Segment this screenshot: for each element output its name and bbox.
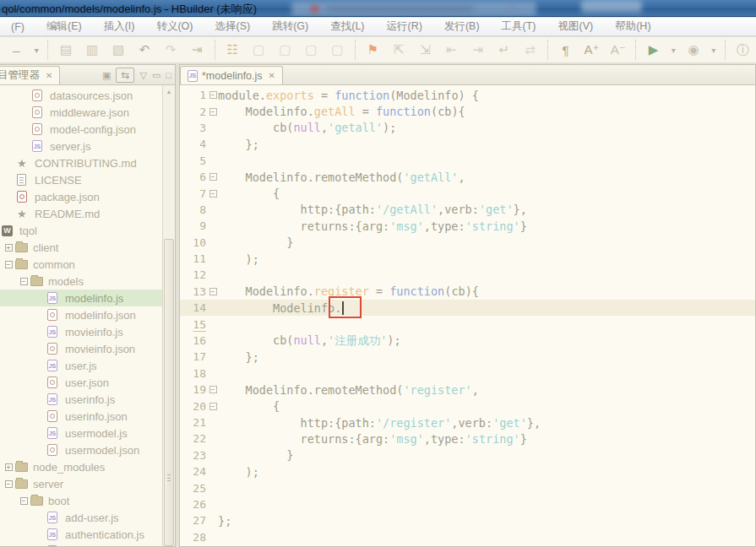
font-decrease-icon[interactable]: A⁻: [605, 40, 631, 60]
tree-item-movieinfo-json[interactable]: movieinfo.json: [0, 340, 175, 357]
tree-item-add-user-js[interactable]: JSadd-user.js: [0, 509, 175, 526]
code-line-17[interactable]: 17 };: [180, 349, 755, 365]
code-line-1[interactable]: 1−module.exports = function(Modelinfo) {: [180, 87, 755, 103]
menu-item[interactable]: 插入(I): [93, 18, 146, 35]
save-close-icon[interactable]: ▧: [106, 40, 132, 60]
maximize-panel-icon[interactable]: □: [166, 71, 171, 80]
sidebar-scrollbar[interactable]: ▲: [162, 85, 175, 546]
fold-collapse-icon[interactable]: −: [208, 403, 218, 410]
file-upload-icon[interactable]: ⇱: [386, 40, 412, 60]
menu-item[interactable]: 视图(V): [547, 18, 605, 35]
menu-item[interactable]: (F): [0, 18, 35, 35]
code-line-28[interactable]: 28: [180, 529, 755, 545]
code-line-5[interactable]: 5: [180, 153, 755, 169]
code-line-12[interactable]: 12: [180, 267, 755, 283]
menu-item[interactable]: 发行(B): [433, 18, 491, 35]
code-line-10[interactable]: 10 }: [180, 235, 755, 251]
tree-item-license[interactable]: LICENSE: [0, 171, 175, 188]
tree-item-user-js[interactable]: JSuser.js: [0, 357, 175, 374]
collapse-icon[interactable]: −: [17, 494, 30, 507]
code-line-9[interactable]: 9 returns:{arg:'msg',type:'string'}: [180, 218, 755, 234]
collapse-all-icon[interactable]: ▣: [102, 71, 111, 80]
wrap-line-icon[interactable]: ↵: [491, 40, 517, 60]
save-all-icon[interactable]: ▥: [79, 40, 105, 60]
tree-item-model-config-json[interactable]: model-config.json: [0, 121, 175, 138]
tree-item-authentication-js[interactable]: JSauthentication.js: [0, 526, 175, 543]
code-line-2[interactable]: 2− Modelinfo.getAll = function(cb){: [180, 103, 755, 119]
code-line-15[interactable]: 15: [180, 316, 755, 332]
code-line-25[interactable]: 25: [180, 479, 755, 496]
tree-item-server[interactable]: −server: [0, 475, 175, 492]
tree-item-usermodel-json[interactable]: usermodel.json: [0, 441, 175, 458]
tree-item-middleware-json[interactable]: middleware.json: [0, 104, 175, 121]
tree-item-tqol[interactable]: Wtqol: [0, 222, 175, 239]
file-download-icon[interactable]: ⇲: [412, 40, 438, 60]
export-file-icon[interactable]: ▢: [324, 40, 351, 60]
code-line-13[interactable]: 13− Modelinfo.register = function(cb){: [180, 284, 755, 300]
import-file-icon[interactable]: ▢: [298, 40, 324, 60]
new-web-file-icon[interactable]: ▢: [246, 40, 272, 60]
tree-item-package-json[interactable]: package.json: [0, 188, 175, 205]
tree-item-common[interactable]: −common: [0, 256, 175, 273]
menu-item[interactable]: 查找(L): [319, 18, 375, 35]
save-icon[interactable]: ▤: [52, 40, 79, 60]
show-whitespace-icon[interactable]: ¶: [552, 40, 579, 60]
close-icon[interactable]: ✕: [269, 71, 275, 80]
code-line-27[interactable]: 27};: [180, 512, 755, 528]
menu-item[interactable]: 选择(S): [204, 18, 262, 35]
scrollbar-thumb[interactable]: [164, 239, 174, 546]
code-line-20[interactable]: 20− {: [180, 398, 755, 414]
tree-item-movieinfo-js[interactable]: JSmovieinfo.js: [0, 323, 175, 340]
code-line-8[interactable]: 8 http:{path:'/getAll',verb:'get'},: [180, 202, 755, 218]
menu-item[interactable]: 工具(T): [491, 18, 547, 35]
unwrap-line-icon[interactable]: ⇄: [517, 40, 543, 60]
new-code-file-icon[interactable]: ▢: [272, 40, 298, 60]
undo-icon[interactable]: ↶: [132, 40, 158, 60]
jump-next-icon[interactable]: ⇥: [465, 40, 491, 60]
info-icon[interactable]: ⓘ: [730, 40, 756, 60]
tree-item-usermodel-js[interactable]: JSusermodel.js: [0, 425, 175, 441]
fold-collapse-icon[interactable]: −: [208, 91, 218, 99]
expand-icon[interactable]: +: [2, 460, 15, 474]
fold-collapse-icon[interactable]: −: [208, 386, 218, 393]
browser-icon[interactable]: ◉: [681, 40, 707, 60]
fold-collapse-icon[interactable]: −: [208, 173, 218, 181]
format-source-icon[interactable]: ⇥: [184, 40, 210, 60]
code-line-19[interactable]: 19− Modelinfo.remoteMethod('register',: [180, 382, 755, 398]
tree-item-userinfo-json[interactable]: userinfo.json: [0, 408, 175, 425]
menu-item[interactable]: 运行(R): [376, 18, 433, 35]
code-line-26[interactable]: 26: [180, 496, 755, 512]
combo-caret-icon[interactable]: ▾: [30, 40, 43, 60]
tree-item-client[interactable]: +client: [0, 239, 175, 256]
code-line-4[interactable]: 4 };: [180, 136, 755, 152]
collapse-icon[interactable]: −: [2, 477, 15, 490]
tree-item-boot[interactable]: −boot: [0, 492, 175, 509]
link-with-editor-icon[interactable]: ⇆: [116, 68, 134, 83]
code-line-18[interactable]: 18: [180, 366, 755, 382]
menu-item[interactable]: 转义(O): [145, 18, 204, 35]
expand-icon[interactable]: +: [2, 241, 15, 254]
bookmark-icon[interactable]: ⚑: [360, 40, 386, 60]
fold-collapse-icon[interactable]: −: [208, 288, 218, 295]
code-editor[interactable]: 1−module.exports = function(Modelinfo) {…: [180, 85, 755, 546]
code-line-7[interactable]: 7− {: [180, 185, 755, 201]
tree-item-datasources-json[interactable]: datasources.json: [0, 87, 175, 104]
menu-item[interactable]: 跳转(G): [261, 18, 319, 35]
collapse-icon[interactable]: −: [17, 274, 30, 288]
close-icon[interactable]: ✕: [46, 71, 52, 80]
run-caret-icon[interactable]: ▾: [666, 40, 680, 60]
code-line-22[interactable]: 22 returns:{arg:'msg',type:'string'}: [180, 431, 755, 447]
menu-item[interactable]: 帮助(H): [604, 18, 661, 35]
tree-item-models[interactable]: −models: [0, 273, 175, 290]
code-line-11[interactable]: 11 );: [180, 251, 755, 267]
code-line-6[interactable]: 6− Modelinfo.remoteMethod('getAll',: [180, 169, 755, 185]
run-icon[interactable]: ▶: [640, 40, 666, 60]
redo-icon[interactable]: ↷: [158, 40, 184, 60]
scroll-up-icon[interactable]: ▲: [163, 85, 175, 98]
font-increase-icon[interactable]: A⁺: [579, 40, 605, 60]
tree-item-readme-md[interactable]: ★README.md: [0, 205, 175, 222]
jump-prev-icon[interactable]: ⇤: [438, 40, 465, 60]
minimize-panel-icon[interactable]: ▭: [152, 71, 160, 80]
tree-item-partial[interactable]: JS: [0, 543, 175, 546]
collapse-icon[interactable]: −: [2, 257, 15, 271]
